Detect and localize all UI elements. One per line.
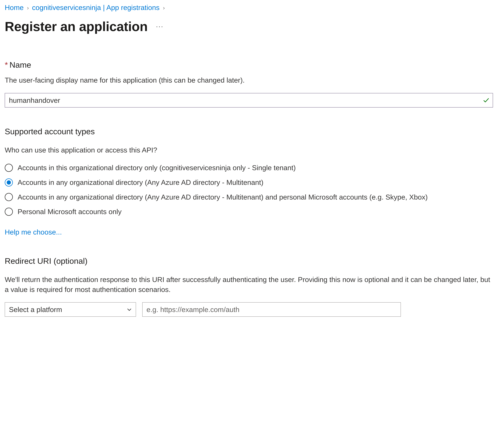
account-type-option-multitenant[interactable]: Accounts in any organizational directory… — [5, 178, 499, 188]
platform-select-placeholder: Select a platform — [9, 305, 62, 315]
redirect-uri-row: Select a platform — [5, 302, 499, 317]
more-menu-button[interactable]: ··· — [154, 21, 166, 32]
radio-icon — [5, 208, 13, 216]
radio-label: Accounts in any organizational directory… — [17, 192, 428, 202]
redirect-uri-heading: Redirect URI (optional) — [5, 255, 499, 267]
name-input-wrap — [5, 93, 493, 107]
breadcrumb-app-registrations[interactable]: cognitiveservicesninja | App registratio… — [32, 3, 160, 13]
account-types-helper: Who can use this application or access t… — [5, 145, 493, 155]
page-root: Home cognitiveservicesninja | App regist… — [0, 0, 504, 332]
radio-icon — [5, 178, 13, 187]
breadcrumb: Home cognitiveservicesninja | App regist… — [5, 3, 499, 13]
page-title: Register an application — [5, 17, 148, 36]
radio-icon — [5, 164, 13, 172]
radio-label: Accounts in this organizational director… — [17, 163, 296, 173]
help-me-choose-link[interactable]: Help me choose... — [5, 228, 62, 236]
redirect-uri-helper: We'll return the authentication response… — [5, 275, 493, 294]
account-type-option-multitenant-personal[interactable]: Accounts in any organizational directory… — [5, 192, 499, 202]
account-types-heading: Supported account types — [5, 126, 499, 137]
radio-label: Accounts in any organizational directory… — [17, 178, 264, 188]
required-indicator: * — [5, 60, 8, 69]
account-type-option-personal-only[interactable]: Personal Microsoft accounts only — [5, 207, 499, 217]
name-input[interactable] — [5, 93, 493, 107]
radio-label: Personal Microsoft accounts only — [17, 207, 121, 217]
account-types-radio-group: Accounts in this organizational director… — [5, 163, 499, 217]
breadcrumb-home[interactable]: Home — [5, 3, 24, 13]
name-helper-text: The user-facing display name for this ap… — [5, 75, 493, 85]
title-row: Register an application ··· — [5, 17, 499, 36]
name-label: *Name — [5, 59, 499, 71]
chevron-right-icon — [162, 4, 166, 11]
chevron-right-icon — [26, 4, 30, 11]
platform-select[interactable]: Select a platform — [5, 302, 136, 317]
radio-icon — [5, 193, 13, 201]
account-types-section: Supported account types Who can use this… — [5, 126, 499, 237]
name-section: *Name The user-facing display name for t… — [5, 59, 499, 107]
chevron-down-icon — [126, 306, 132, 313]
account-type-option-single-tenant[interactable]: Accounts in this organizational director… — [5, 163, 499, 173]
redirect-uri-section: Redirect URI (optional) We'll return the… — [5, 255, 499, 317]
redirect-uri-input[interactable] — [142, 302, 401, 317]
